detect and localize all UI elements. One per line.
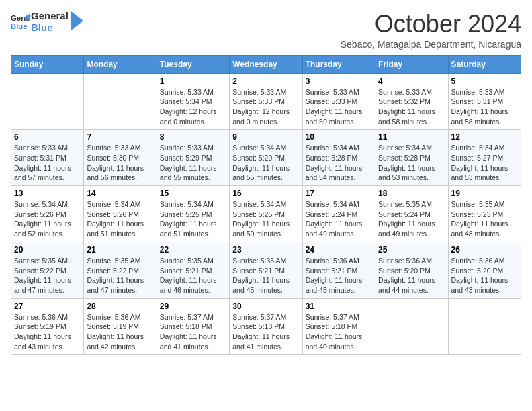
- day-number: 30: [232, 302, 299, 311]
- day-number: 29: [160, 302, 226, 311]
- table-row: 23Sunrise: 5:35 AMSunset: 5:21 PMDayligh…: [230, 242, 302, 298]
- table-row: 24Sunrise: 5:36 AMSunset: 5:21 PMDayligh…: [302, 242, 375, 298]
- table-row: 25Sunrise: 5:36 AMSunset: 5:20 PMDayligh…: [375, 242, 448, 298]
- day-info: Sunrise: 5:33 AMSunset: 5:30 PMDaylight:…: [87, 143, 153, 183]
- table-row: [448, 298, 521, 355]
- day-info: Sunrise: 5:35 AMSunset: 5:21 PMDaylight:…: [160, 256, 226, 295]
- table-row: [84, 73, 157, 130]
- table-row: 17Sunrise: 5:34 AMSunset: 5:24 PMDayligh…: [302, 186, 375, 242]
- table-row: 27Sunrise: 5:36 AMSunset: 5:19 PMDayligh…: [11, 298, 84, 355]
- svg-text:Blue: Blue: [11, 21, 28, 30]
- day-number: 28: [87, 302, 153, 311]
- table-row: 8Sunrise: 5:33 AMSunset: 5:29 PMDaylight…: [157, 130, 229, 186]
- day-number: 24: [306, 245, 372, 255]
- day-number: 22: [160, 245, 226, 255]
- day-info: Sunrise: 5:33 AMSunset: 5:32 PMDaylight:…: [378, 87, 445, 127]
- table-row: 6Sunrise: 5:33 AMSunset: 5:31 PMDaylight…: [11, 130, 84, 186]
- day-number: 21: [87, 245, 153, 255]
- day-number: 8: [160, 132, 226, 142]
- table-row: 28Sunrise: 5:36 AMSunset: 5:19 PMDayligh…: [84, 298, 157, 355]
- day-info: Sunrise: 5:34 AMSunset: 5:24 PMDaylight:…: [306, 199, 372, 239]
- day-info: Sunrise: 5:36 AMSunset: 5:20 PMDaylight:…: [378, 256, 445, 295]
- header-thursday: Thursday: [302, 55, 375, 73]
- day-number: 5: [451, 77, 518, 86]
- header-friday: Friday: [375, 55, 448, 73]
- day-number: 6: [14, 132, 81, 142]
- calendar-week-row: 13Sunrise: 5:34 AMSunset: 5:26 PMDayligh…: [11, 186, 521, 242]
- calendar-table: Sunday Monday Tuesday Wednesday Thursday…: [11, 55, 521, 355]
- table-row: 19Sunrise: 5:35 AMSunset: 5:23 PMDayligh…: [448, 186, 521, 242]
- day-info: Sunrise: 5:36 AMSunset: 5:21 PMDaylight:…: [306, 256, 372, 295]
- table-row: 3Sunrise: 5:33 AMSunset: 5:33 PMDaylight…: [302, 73, 375, 130]
- day-number: 16: [232, 189, 299, 198]
- calendar-header-row: Sunday Monday Tuesday Wednesday Thursday…: [11, 55, 521, 73]
- table-row: 22Sunrise: 5:35 AMSunset: 5:21 PMDayligh…: [157, 242, 229, 298]
- day-info: Sunrise: 5:35 AMSunset: 5:23 PMDaylight:…: [451, 199, 518, 239]
- month-title: October 2024: [341, 11, 521, 38]
- day-info: Sunrise: 5:37 AMSunset: 5:18 PMDaylight:…: [160, 312, 226, 352]
- day-info: Sunrise: 5:34 AMSunset: 5:25 PMDaylight:…: [232, 199, 299, 239]
- page-header: General Blue General Blue October 2024 S…: [11, 11, 521, 50]
- day-info: Sunrise: 5:34 AMSunset: 5:29 PMDaylight:…: [232, 143, 299, 183]
- header-saturday: Saturday: [448, 55, 521, 73]
- table-row: 2Sunrise: 5:33 AMSunset: 5:33 PMDaylight…: [230, 73, 302, 130]
- day-info: Sunrise: 5:35 AMSunset: 5:21 PMDaylight:…: [232, 256, 299, 295]
- header-wednesday: Wednesday: [230, 55, 302, 73]
- day-number: 31: [306, 302, 372, 311]
- day-number: 1: [160, 77, 226, 86]
- day-info: Sunrise: 5:36 AMSunset: 5:19 PMDaylight:…: [87, 312, 153, 352]
- day-number: 2: [232, 77, 299, 86]
- table-row: 12Sunrise: 5:34 AMSunset: 5:27 PMDayligh…: [448, 130, 521, 186]
- table-row: [11, 73, 84, 130]
- day-info: Sunrise: 5:34 AMSunset: 5:28 PMDaylight:…: [378, 143, 445, 183]
- table-row: 26Sunrise: 5:36 AMSunset: 5:20 PMDayligh…: [448, 242, 521, 298]
- day-number: 26: [451, 245, 518, 255]
- calendar-week-row: 6Sunrise: 5:33 AMSunset: 5:31 PMDaylight…: [11, 130, 521, 186]
- header-tuesday: Tuesday: [157, 55, 229, 73]
- day-info: Sunrise: 5:33 AMSunset: 5:31 PMDaylight:…: [14, 143, 81, 183]
- day-info: Sunrise: 5:33 AMSunset: 5:33 PMDaylight:…: [306, 87, 372, 127]
- header-sunday: Sunday: [11, 55, 84, 73]
- table-row: 13Sunrise: 5:34 AMSunset: 5:26 PMDayligh…: [11, 186, 84, 242]
- logo-chevron-icon: [71, 11, 83, 30]
- header-monday: Monday: [84, 55, 157, 73]
- table-row: 10Sunrise: 5:34 AMSunset: 5:28 PMDayligh…: [302, 130, 375, 186]
- table-row: 16Sunrise: 5:34 AMSunset: 5:25 PMDayligh…: [230, 186, 302, 242]
- table-row: 7Sunrise: 5:33 AMSunset: 5:30 PMDaylight…: [84, 130, 157, 186]
- day-number: 20: [14, 245, 81, 255]
- calendar-week-row: 27Sunrise: 5:36 AMSunset: 5:19 PMDayligh…: [11, 298, 521, 355]
- calendar-week-row: 20Sunrise: 5:35 AMSunset: 5:22 PMDayligh…: [11, 242, 521, 298]
- day-number: 14: [87, 189, 153, 198]
- logo-general: General: [31, 10, 69, 21]
- table-row: 30Sunrise: 5:37 AMSunset: 5:18 PMDayligh…: [230, 298, 302, 355]
- day-number: 18: [378, 189, 445, 198]
- table-row: 29Sunrise: 5:37 AMSunset: 5:18 PMDayligh…: [157, 298, 229, 355]
- day-number: 15: [160, 189, 226, 198]
- day-info: Sunrise: 5:33 AMSunset: 5:31 PMDaylight:…: [451, 87, 518, 127]
- table-row: 31Sunrise: 5:37 AMSunset: 5:18 PMDayligh…: [302, 298, 375, 355]
- day-info: Sunrise: 5:35 AMSunset: 5:22 PMDaylight:…: [87, 256, 153, 295]
- day-info: Sunrise: 5:37 AMSunset: 5:18 PMDaylight:…: [306, 312, 372, 352]
- day-number: 17: [306, 189, 372, 198]
- title-block: October 2024 Sebaco, Matagalpa Departmen…: [341, 11, 521, 50]
- table-row: 9Sunrise: 5:34 AMSunset: 5:29 PMDaylight…: [230, 130, 302, 186]
- day-info: Sunrise: 5:33 AMSunset: 5:34 PMDaylight:…: [160, 87, 226, 127]
- day-info: Sunrise: 5:34 AMSunset: 5:28 PMDaylight:…: [306, 143, 372, 183]
- day-info: Sunrise: 5:35 AMSunset: 5:22 PMDaylight:…: [14, 256, 81, 295]
- table-row: 15Sunrise: 5:34 AMSunset: 5:25 PMDayligh…: [157, 186, 229, 242]
- day-info: Sunrise: 5:33 AMSunset: 5:29 PMDaylight:…: [160, 143, 226, 183]
- day-info: Sunrise: 5:37 AMSunset: 5:18 PMDaylight:…: [232, 312, 299, 352]
- day-number: 11: [378, 132, 445, 142]
- day-info: Sunrise: 5:35 AMSunset: 5:24 PMDaylight:…: [378, 199, 445, 239]
- table-row: 18Sunrise: 5:35 AMSunset: 5:24 PMDayligh…: [375, 186, 448, 242]
- logo-blue: Blue: [31, 21, 53, 33]
- day-info: Sunrise: 5:34 AMSunset: 5:27 PMDaylight:…: [451, 143, 518, 183]
- table-row: 4Sunrise: 5:33 AMSunset: 5:32 PMDaylight…: [375, 73, 448, 130]
- day-number: 9: [232, 132, 299, 142]
- day-number: 25: [378, 245, 445, 255]
- calendar-week-row: 1Sunrise: 5:33 AMSunset: 5:34 PMDaylight…: [11, 73, 521, 130]
- table-row: 11Sunrise: 5:34 AMSunset: 5:28 PMDayligh…: [375, 130, 448, 186]
- table-row: 1Sunrise: 5:33 AMSunset: 5:34 PMDaylight…: [157, 73, 229, 130]
- day-number: 27: [14, 302, 81, 311]
- day-number: 19: [451, 189, 518, 198]
